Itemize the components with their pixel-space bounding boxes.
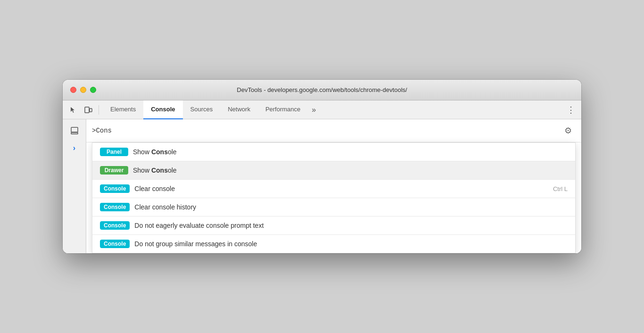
tab-network[interactable]: Network — [220, 100, 258, 119]
main-area: › ⚙ Panel Show Console — [63, 119, 581, 253]
badge-console-3: Console — [100, 221, 130, 230]
dropdown-item-no-group[interactable]: Console Do not group similar messages in… — [92, 235, 575, 253]
command-search-input[interactable] — [92, 127, 561, 134]
badge-console-2: Console — [100, 203, 130, 211]
item-text-clear-history: Clear console history — [134, 203, 568, 211]
dropdown-item-drawer-console[interactable]: Drawer Show Console — [92, 161, 575, 179]
more-tabs-button[interactable]: » — [308, 100, 320, 119]
cursor-icon[interactable] — [66, 103, 80, 117]
browser-window: DevTools - developers.google.com/web/too… — [63, 80, 581, 253]
svg-rect-0 — [85, 107, 89, 113]
toolbar-divider — [99, 105, 99, 115]
device-toggle-icon[interactable] — [82, 103, 95, 117]
svg-rect-3 — [71, 133, 78, 134]
dropdown-item-no-eager[interactable]: Console Do not eagerly evaluate console … — [92, 216, 575, 234]
settings-gear-button[interactable]: ⚙ — [561, 123, 576, 138]
search-bar: ⚙ — [86, 119, 581, 142]
maximize-button[interactable] — [90, 87, 96, 93]
left-sidebar: › — [63, 119, 86, 253]
tab-console[interactable]: Console — [143, 100, 182, 119]
tab-sources[interactable]: Sources — [183, 100, 221, 119]
tab-elements[interactable]: Elements — [103, 100, 143, 119]
devtools-tabs: Elements Console Sources Network Perform… — [103, 100, 562, 119]
dropdown-item-clear-history[interactable]: Console Clear console history — [92, 198, 575, 216]
traffic-lights — [70, 87, 96, 93]
dropdown-item-panel-console[interactable]: Panel Show Console — [92, 143, 575, 161]
content-area: ⚙ Panel Show Console Drawer Show Console — [86, 119, 581, 253]
svg-rect-1 — [90, 108, 92, 112]
tab-performance[interactable]: Performance — [258, 100, 308, 119]
command-dropdown: Panel Show Console Drawer Show Console C… — [92, 142, 576, 253]
title-bar: DevTools - developers.google.com/web/too… — [63, 80, 581, 100]
dropdown-item-clear-console[interactable]: Console Clear console Ctrl L — [92, 180, 575, 198]
badge-panel: Panel — [100, 148, 128, 156]
item-text-no-eager: Do not eagerly evaluate console prompt t… — [134, 222, 568, 229]
expand-chevron-icon[interactable]: › — [71, 142, 77, 154]
close-button[interactable] — [70, 87, 76, 93]
shortcut-ctrl-l: Ctrl L — [553, 185, 568, 192]
badge-console-4: Console — [100, 240, 130, 248]
item-text-clear-console: Clear console — [134, 185, 548, 192]
badge-console-1: Console — [100, 184, 130, 193]
item-text-no-group: Do not group similar messages in console — [134, 240, 568, 248]
minimize-button[interactable] — [80, 87, 86, 93]
window-title: DevTools - developers.google.com/web/too… — [237, 86, 407, 93]
item-text-panel-console: Show Console — [133, 148, 568, 156]
toolbar-end: ⋮ — [564, 103, 578, 117]
item-text-drawer-console: Show Console — [133, 166, 568, 174]
svg-rect-2 — [71, 127, 78, 132]
drawer-toggle-button[interactable] — [67, 123, 82, 138]
kebab-menu-button[interactable]: ⋮ — [564, 103, 578, 117]
devtools-toolbar: Elements Console Sources Network Perform… — [63, 100, 581, 119]
devtools-panel: Elements Console Sources Network Perform… — [63, 100, 581, 253]
badge-drawer: Drawer — [100, 166, 128, 175]
